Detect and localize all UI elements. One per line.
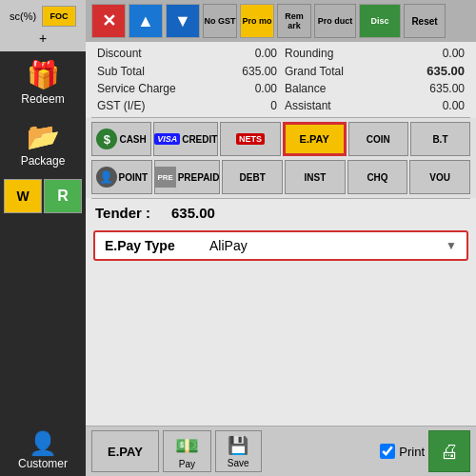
- save-icon: 💾: [228, 435, 248, 456]
- dollar-icon: $: [96, 129, 117, 149]
- inst-label: INST: [304, 172, 326, 183]
- sc-label: sc(%): [6, 6, 40, 27]
- nets-button[interactable]: NETS: [220, 122, 280, 156]
- promo-button[interactable]: Pro mo: [240, 4, 274, 38]
- chq-button[interactable]: CHQ: [347, 160, 408, 194]
- chevron-down-icon: ▼: [446, 239, 457, 252]
- redeem-icon: 🎁: [27, 59, 60, 90]
- up-icon: ▲: [137, 11, 154, 31]
- print-area: Print 🖨: [380, 430, 470, 472]
- rounding-label: Rounding: [285, 47, 333, 60]
- reset-label: Reset: [411, 16, 437, 27]
- bt-button[interactable]: B.T: [410, 122, 470, 156]
- promo-label: Pro mo: [242, 16, 271, 26]
- customer-button[interactable]: 👤 Customer: [0, 425, 86, 476]
- print-checkbox[interactable]: [380, 444, 395, 459]
- package-button[interactable]: 📂 Package: [0, 113, 86, 175]
- down-icon: ▼: [174, 11, 191, 31]
- grandtotal-value: 635.00: [417, 64, 465, 78]
- vou-button[interactable]: VOU: [409, 160, 470, 194]
- epay-label: E.PAY: [300, 133, 329, 145]
- balance-row: Balance 635.00: [281, 81, 468, 96]
- credit-label: CREDIT: [182, 134, 217, 145]
- remark-button[interactable]: Rem ark: [277, 4, 311, 38]
- toolbar: ✕ ▲ ▼ No GST Pro mo Rem ark Pro duct Dis…: [86, 0, 476, 42]
- down-button[interactable]: ▼: [166, 4, 200, 38]
- bt-label: B.T: [432, 134, 447, 145]
- servicecharge-label: Service Charge: [97, 82, 176, 95]
- grandtotal-label: Grand Total: [285, 65, 344, 78]
- redeem-label: Redeem: [21, 92, 64, 106]
- epay-type-box[interactable]: E.Pay Type AliPay ▼: [93, 230, 468, 261]
- print-label: Print: [399, 445, 425, 459]
- no-gst-button[interactable]: No GST: [203, 4, 237, 38]
- sidebar-bottom-buttons: W R: [0, 175, 86, 217]
- remark-label: Rem ark: [278, 11, 310, 30]
- disc-button[interactable]: Disc: [359, 4, 401, 38]
- assistant-value: 0.00: [417, 99, 465, 112]
- discount-label: Discount: [97, 47, 142, 60]
- save-button[interactable]: 💾 Save: [215, 430, 262, 472]
- printer-icon: 🖨: [440, 441, 459, 463]
- no-gst-label: No GST: [205, 16, 236, 26]
- gst-value: 0: [229, 99, 277, 112]
- vou-label: VOU: [429, 172, 450, 183]
- bottom-bar: E.PAY 💵 Pay 💾 Save Print 🖨: [86, 426, 476, 476]
- redeem-button[interactable]: 🎁 Redeem: [0, 51, 86, 113]
- pay-icon: 💵: [175, 434, 199, 457]
- servicecharge-value: 0.00: [229, 82, 277, 95]
- reset-button[interactable]: Reset: [404, 4, 446, 38]
- cancel-button[interactable]: ✕: [91, 4, 126, 38]
- subtotal-row: Sub Total 635.00: [93, 63, 281, 79]
- product-button[interactable]: Pro duct: [314, 4, 356, 38]
- discount-row: Discount 0.00: [93, 46, 281, 61]
- cash-label: CASH: [119, 134, 146, 145]
- print-button[interactable]: 🖨: [428, 430, 470, 472]
- w-button[interactable]: W: [4, 179, 42, 213]
- bottom-epay-label: E.PAY: [108, 445, 143, 459]
- discount-value: 0.00: [229, 47, 277, 60]
- point-button[interactable]: 👤 POINT: [91, 160, 152, 194]
- visa-icon: VISA: [154, 133, 180, 145]
- prepaid-button[interactable]: PRE PREPAID: [154, 160, 221, 194]
- pay-label: Pay: [179, 459, 195, 469]
- r-button[interactable]: R: [44, 179, 82, 213]
- payment-row2: 👤 POINT PRE PREPAID DEBT INST CHQ VOU: [86, 160, 476, 198]
- cash-button[interactable]: $ CASH: [91, 122, 151, 156]
- up-button[interactable]: ▲: [129, 4, 163, 38]
- foc-button[interactable]: FOC: [42, 6, 76, 27]
- bottom-epay-button[interactable]: E.PAY: [91, 430, 159, 472]
- plus-sign: +: [4, 29, 82, 48]
- coin-label: COIN: [367, 134, 390, 145]
- tender-label: Tender :: [95, 205, 162, 221]
- credit-button[interactable]: VISA CREDIT: [153, 122, 218, 156]
- epay-button[interactable]: E.PAY: [283, 122, 347, 156]
- nets-icon: NETS: [236, 133, 265, 145]
- balance-label: Balance: [285, 82, 326, 95]
- debt-button[interactable]: DEBT: [222, 160, 283, 194]
- customer-label: Customer: [18, 457, 68, 470]
- customer-icon: 👤: [29, 430, 57, 457]
- epay-type-label: E.Pay Type: [105, 238, 200, 253]
- debt-label: DEBT: [240, 172, 266, 183]
- inst-button[interactable]: INST: [285, 160, 346, 194]
- gst-row: GST (I/E) 0: [93, 98, 281, 113]
- rounding-value: 0.00: [417, 47, 465, 60]
- prepaid-label: PREPAID: [178, 172, 220, 183]
- info-grid: Discount 0.00 Rounding 0.00 Sub Total 63…: [86, 42, 476, 117]
- subtotal-value: 635.00: [229, 65, 277, 78]
- gst-label: GST (I/E): [97, 99, 145, 112]
- point-label: POINT: [119, 172, 149, 183]
- sidebar-top-area: sc(%) FOC +: [0, 0, 86, 51]
- payment-row1: $ CASH VISA CREDIT NETS E.PAY COIN B.T: [86, 118, 476, 160]
- prepaid-icon: PRE: [155, 167, 176, 188]
- epay-type-value: AliPay: [209, 238, 436, 253]
- coin-button[interactable]: COIN: [348, 122, 408, 156]
- rounding-row: Rounding 0.00: [281, 46, 468, 61]
- subtotal-label: Sub Total: [97, 65, 145, 78]
- tender-value: 635.00: [171, 205, 215, 221]
- pay-button[interactable]: 💵 Pay: [163, 430, 211, 472]
- chq-label: CHQ: [367, 172, 387, 183]
- disc-label: Disc: [370, 16, 388, 26]
- person-icon: 👤: [96, 167, 117, 188]
